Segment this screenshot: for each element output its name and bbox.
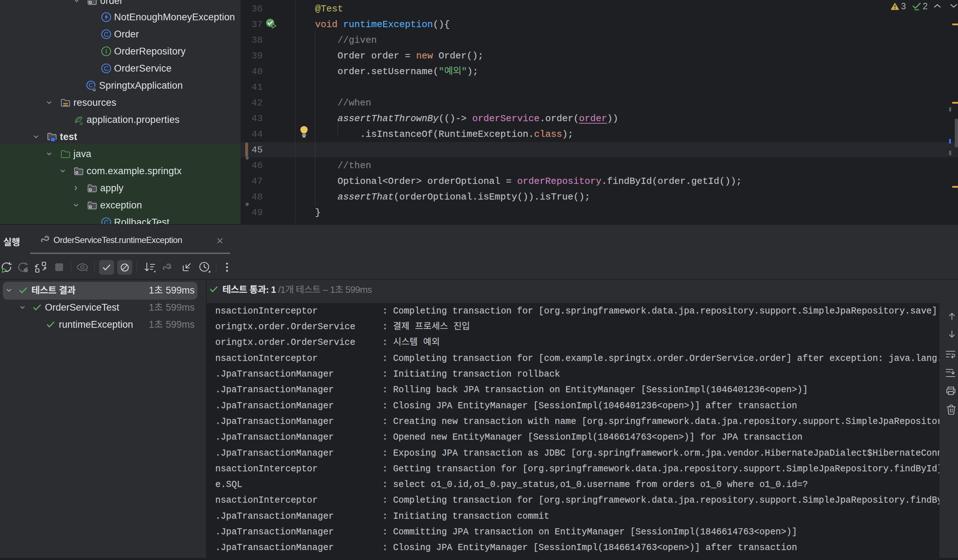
- svg-text:I: I: [105, 48, 107, 55]
- svg-text:C: C: [104, 31, 109, 38]
- svg-text:C: C: [104, 219, 109, 225]
- svg-text:C: C: [104, 65, 109, 72]
- svg-text:C: C: [89, 82, 93, 89]
